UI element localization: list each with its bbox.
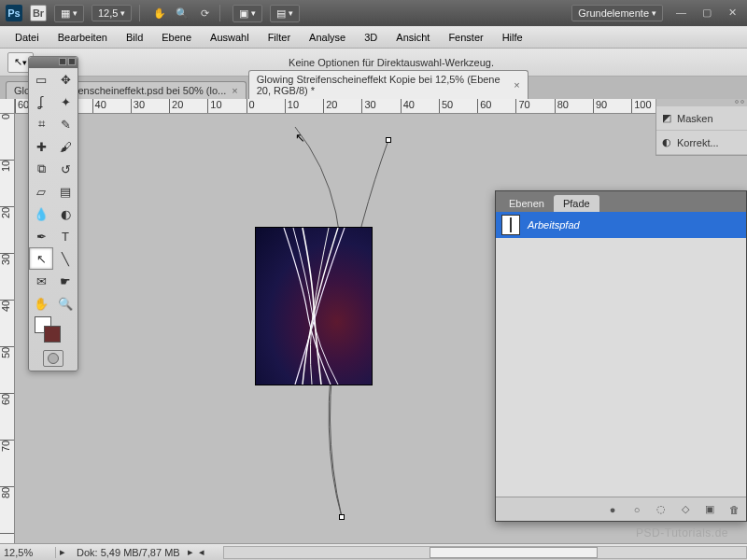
extras-button[interactable]: ▤ [270, 5, 300, 22]
quickmask-toggle[interactable] [43, 350, 63, 367]
horizontal-scrollbar[interactable] [223, 546, 747, 559]
rotate-view-icon[interactable]: ⟳ [197, 6, 212, 21]
zoom-tool-icon[interactable]: 🔍 [175, 6, 190, 21]
paths-tab[interactable]: Pfade [554, 195, 599, 212]
zoom-field[interactable]: 12,5% [0, 547, 56, 558]
screen-mode-button[interactable]: ▣ [233, 5, 262, 22]
masks-panel-tab[interactable]: ◩ Masken [656, 106, 747, 131]
eyedropper-tool[interactable]: ✎ [53, 113, 78, 135]
maximize-button[interactable]: ▢ [702, 7, 715, 20]
zoom-level-dropdown[interactable]: 12,5 [92, 5, 132, 21]
menu-fenster[interactable]: Fenster [439, 28, 492, 47]
path-thumbnail [501, 215, 520, 235]
close-tab-icon[interactable]: × [232, 85, 237, 96]
tools-panel: ▭✥ʆ✦⌗✎✚🖌⧉↺▱▤💧◐✒T↖╲✉☛✋🔍 [28, 56, 78, 371]
masks-icon: ◩ [662, 112, 671, 124]
zoom-label: 12,5 [98, 7, 118, 19]
stamp-tool[interactable]: ⧉ [29, 158, 53, 180]
menu-ansicht[interactable]: Ansicht [387, 28, 439, 47]
menu-hilfe[interactable]: Hilfe [493, 28, 532, 47]
adjustments-icon: ◐ [662, 136, 671, 148]
menu-auswahl[interactable]: Auswahl [201, 28, 259, 47]
panel-tabstrip: Ebenen Pfade [496, 191, 746, 212]
close-tab-icon[interactable]: × [514, 79, 519, 91]
zoom-tool[interactable]: 🔍 [53, 292, 78, 315]
load-selection-icon[interactable]: ◌ [655, 503, 668, 516]
type-tool[interactable]: T [53, 225, 78, 247]
document-view[interactable] [256, 228, 372, 385]
notes-tool[interactable]: ✉ [29, 270, 53, 292]
tools-panel-header[interactable] [29, 57, 78, 68]
cursor-icon: ↖ [295, 131, 305, 145]
adjustments-panel-tab[interactable]: ◐ Korrekt... [656, 131, 747, 155]
close-button[interactable]: ✕ [728, 7, 741, 20]
make-workpath-icon[interactable]: ◇ [679, 503, 692, 516]
delete-path-icon[interactable]: 🗑 [727, 503, 740, 516]
ruler-vertical[interactable]: 01020304050607080 [0, 114, 15, 543]
menu-bar: Datei Bearbeiten Bild Ebene Auswahl Filt… [0, 26, 747, 49]
healing-tool[interactable]: ✚ [29, 135, 53, 158]
photoshop-logo-icon: Ps [6, 5, 22, 21]
stroke-path-icon[interactable]: ○ [630, 503, 643, 516]
path-name: Arbeitspfad [528, 219, 580, 231]
paths-panel-footer: ● ○ ◌ ◇ ▣ 🗑 [496, 497, 746, 521]
panel-tab-label: Korrekt... [677, 137, 719, 148]
menu-ebene[interactable]: Ebene [152, 28, 201, 47]
fill-path-icon[interactable]: ● [606, 503, 619, 516]
tab-label: Glowing Streifenscheineffekt Kopie bei 1… [257, 74, 509, 96]
pen-tool[interactable]: ✒ [29, 225, 53, 247]
document-tabs: Glowing Streifenscheineffekt.psd bei 50%… [0, 77, 747, 99]
ruler-origin[interactable] [0, 99, 15, 114]
options-text: Keine Optionen für Direktauswahl-Werkzeu… [43, 57, 740, 68]
workspace-switcher[interactable]: Grundelemente [571, 5, 663, 21]
ruler-horizontal[interactable]: 6050403020100102030405060708090100110120 [15, 99, 747, 114]
history-brush-tool[interactable]: ↺ [53, 158, 78, 180]
crop-tool[interactable]: ⌗ [29, 113, 53, 135]
path-row[interactable]: Arbeitspfad [496, 212, 746, 238]
move-tool[interactable]: ✥ [53, 68, 78, 91]
menu-3d[interactable]: 3D [355, 28, 387, 47]
new-path-icon[interactable]: ▣ [703, 503, 716, 516]
watermark: PSD-Tutorials.de [636, 526, 728, 539]
hand-tool-icon[interactable]: ✋ [152, 6, 167, 21]
right-panel-dock: ◩ Masken ◐ Korrekt... [655, 99, 747, 156]
workspace-label: Grundelemente [578, 7, 649, 19]
layers-tab[interactable]: Ebenen [500, 195, 554, 212]
gradient-tool[interactable]: ▤ [53, 180, 78, 203]
arrange-documents-button[interactable]: ▦ [54, 5, 84, 22]
path-select-tool[interactable]: ↖ [29, 247, 53, 270]
document-tab[interactable]: Glowing Streifenscheineffekt Kopie bei 1… [248, 70, 529, 99]
lasso-tool[interactable]: ʆ [29, 91, 53, 113]
paths-panel: Ebenen Pfade Arbeitspfad ● ○ ◌ ◇ ▣ 🗑 [495, 190, 747, 522]
title-bar: Ps Br ▦ 12,5 ✋ 🔍 ⟳ ▣ ▤ Grundelemente — ▢… [0, 0, 747, 26]
line-tool[interactable]: ╲ [53, 247, 78, 270]
minimize-button[interactable]: — [676, 7, 689, 20]
hand-tool[interactable]: ✋ [29, 292, 53, 315]
eraser-tool[interactable]: ▱ [29, 180, 53, 203]
dodge-tool[interactable]: ◐ [53, 203, 78, 225]
background-color[interactable] [44, 326, 61, 343]
blur-tool[interactable]: 💧 [29, 203, 53, 225]
path-anchor[interactable] [339, 514, 345, 520]
menu-datei[interactable]: Datei [6, 28, 49, 47]
marquee-tool[interactable]: ▭ [29, 68, 53, 91]
brush-tool[interactable]: 🖌 [53, 135, 78, 158]
panel-tab-label: Masken [677, 113, 713, 124]
menu-filter[interactable]: Filter [259, 28, 300, 47]
status-bar: 12,5% ▸ Dok: 5,49 MB/7,87 MB ▸◂ [0, 543, 747, 560]
scrollbar-thumb[interactable] [430, 547, 598, 558]
document-info[interactable]: Dok: 5,49 MB/7,87 MB [69, 547, 188, 558]
wand-tool[interactable]: ✦ [53, 91, 78, 113]
color-swatches[interactable] [29, 315, 78, 346]
bridge-icon[interactable]: Br [30, 5, 47, 21]
paths-list[interactable]: Arbeitspfad [496, 212, 746, 497]
hand2-tool[interactable]: ☛ [53, 270, 78, 292]
menu-bearbeiten[interactable]: Bearbeiten [49, 28, 117, 47]
path-anchor[interactable] [386, 137, 391, 143]
menu-bild[interactable]: Bild [117, 28, 152, 47]
menu-analyse[interactable]: Analyse [300, 28, 355, 47]
